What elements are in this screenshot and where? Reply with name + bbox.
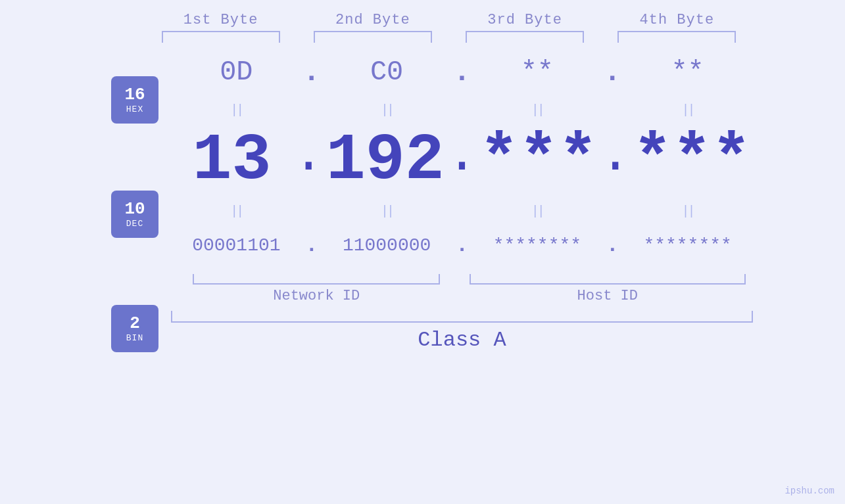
bin-dot1: . — [302, 233, 322, 258]
dec-byte4: *** — [633, 124, 751, 198]
network-id-bracket — [193, 274, 440, 285]
dec-badge-label: DEC — [126, 219, 143, 229]
bracket-byte1 — [162, 31, 280, 43]
sep2-b4: || — [622, 204, 753, 219]
id-labels-area: Network ID Host ID — [171, 274, 753, 304]
bin-badge-label: BIN — [126, 333, 143, 343]
bin-dot3: . — [602, 233, 622, 258]
network-id-section: Network ID — [171, 274, 462, 304]
bin-dot2: . — [452, 233, 472, 258]
page: 1st Byte 2nd Byte 3rd Byte 4th Byte 16 H… — [0, 0, 845, 504]
class-bracket — [171, 311, 753, 323]
bin-badge-number: 2 — [130, 314, 140, 333]
bin-row: 00001101 . 11000000 . ******** . *******… — [171, 219, 753, 271]
hex-byte3: ** — [521, 57, 554, 88]
hex-byte1: 0D — [220, 57, 253, 88]
hex-badge-number: 16 — [124, 85, 145, 104]
sep-row-1: || || || || — [171, 102, 753, 118]
dec-byte2: 192 — [326, 124, 445, 198]
main-content: 16 HEX 10 DEC 2 BIN 0D . C0 . ** . ** — [92, 43, 753, 504]
sep1-b2: || — [322, 103, 452, 118]
byte2-label: 2nd Byte — [297, 12, 448, 28]
badges-column: 16 HEX 10 DEC 2 BIN — [92, 43, 171, 504]
values-grid: 0D . C0 . ** . ** || || || || 13 — [171, 43, 753, 504]
byte3-label: 3rd Byte — [449, 12, 601, 28]
bin-byte2: 11000000 — [343, 235, 431, 256]
byte1-label: 1st Byte — [145, 12, 297, 28]
sep2-b2: || — [322, 204, 452, 219]
class-label: Class A — [418, 328, 506, 352]
dec-dot3: . — [600, 126, 631, 196]
bracket-byte3 — [466, 31, 584, 43]
host-id-label: Host ID — [577, 288, 638, 304]
byte4-label: 4th Byte — [601, 12, 753, 28]
host-id-section: Host ID — [462, 274, 754, 304]
sep1-b4: || — [622, 103, 753, 118]
hex-badge: 16 HEX — [111, 76, 158, 124]
sep2-b1: || — [171, 204, 302, 219]
top-brackets — [92, 31, 753, 43]
sep-row-2: || || || || — [171, 203, 753, 219]
dec-dot1: . — [293, 126, 324, 196]
bracket-byte2 — [314, 31, 432, 43]
dec-row: 13 . 192 . *** . *** — [171, 118, 753, 203]
watermark: ipshu.com — [785, 486, 834, 496]
hex-byte2: C0 — [370, 57, 403, 88]
network-id-label: Network ID — [273, 288, 360, 304]
sep1-b3: || — [472, 103, 603, 118]
sep2-b3: || — [472, 204, 603, 219]
bracket-byte4 — [617, 31, 736, 43]
host-id-bracket — [470, 274, 746, 285]
hex-row: 0D . C0 . ** . ** — [171, 43, 753, 102]
dec-dot2: . — [446, 126, 477, 196]
bin-byte3: ******** — [493, 235, 581, 256]
hex-dot1: . — [302, 56, 322, 89]
dec-byte1: 13 — [193, 124, 272, 198]
bin-byte4: ******** — [643, 235, 731, 256]
dec-badge-number: 10 — [124, 200, 145, 219]
hex-dot3: . — [602, 56, 622, 89]
class-section: Class A — [171, 311, 753, 352]
hex-byte4: ** — [671, 57, 704, 88]
bin-byte1: 00001101 — [192, 235, 280, 256]
hex-badge-label: HEX — [126, 104, 143, 114]
dec-badge: 10 DEC — [111, 191, 158, 238]
hex-dot2: . — [452, 56, 472, 89]
sep1-b1: || — [171, 103, 302, 118]
bin-badge: 2 BIN — [111, 305, 158, 352]
byte-labels-row: 1st Byte 2nd Byte 3rd Byte 4th Byte — [92, 0, 753, 28]
dec-byte3: *** — [479, 124, 598, 198]
